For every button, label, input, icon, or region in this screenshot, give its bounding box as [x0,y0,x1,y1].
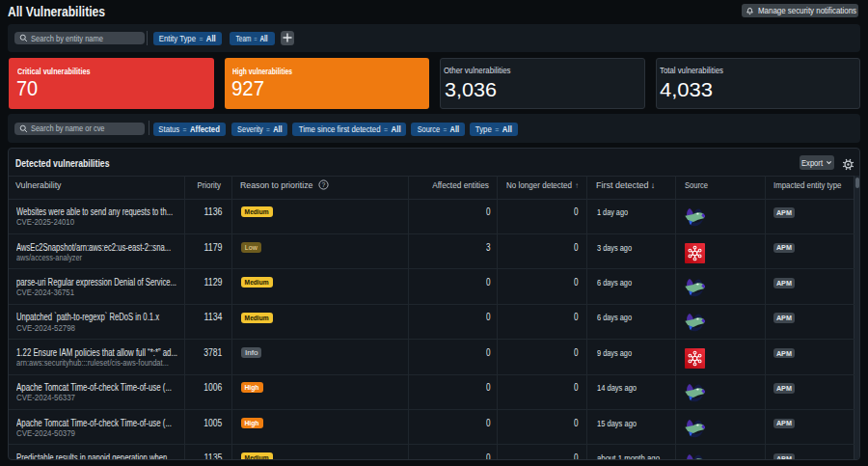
svg-text:?: ? [321,181,325,188]
